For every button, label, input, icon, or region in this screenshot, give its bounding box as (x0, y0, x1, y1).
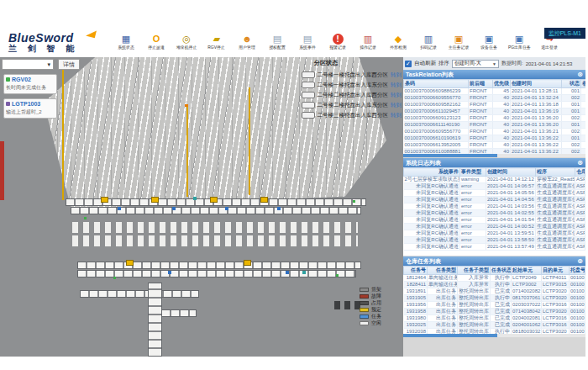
toolbar-button[interactable]: ▣ 设备任务 (474, 34, 504, 52)
column-header[interactable]: 条码 (404, 80, 469, 88)
cell: error (460, 190, 486, 197)
column-header[interactable]: 任务子类型 (458, 267, 491, 275)
warehouse-task-panel-header[interactable]: 仓库任务列表 ⊗ (403, 256, 585, 266)
column-header[interactable]: 仓库编号 (575, 168, 585, 177)
toolbar-button[interactable]: O 停止派遣 (141, 34, 171, 52)
auto-refresh-checkbox[interactable]: ✓ (405, 61, 412, 67)
table-row[interactable]: 2号七层穿梭车读取状态异常 异常长度warning2021-04-01 14:1… (404, 177, 585, 183)
table-row[interactable]: 1828411单向输送任务入库异常执行中LCTP3002LCTP30150010… (404, 282, 585, 288)
table-row[interactable]: 1931958出库任务整托周转出库已完成0714038042LCTP302000… (404, 309, 585, 315)
column-header[interactable]: 系统事件 (404, 168, 460, 177)
table-row[interactable]: 00100370006609582162FRONT402021-04-01 13… (404, 102, 586, 108)
zone-goto-link[interactable]: 转到 (391, 82, 402, 89)
details-button[interactable]: 详情 (58, 59, 80, 70)
column-header[interactable]: 状态 (562, 80, 581, 88)
table-row[interactable]: 未回复RC确认通道error2021-04-01 14:06:57生成直通调度库… (404, 183, 585, 190)
sort-select[interactable]: 创建时间-大 ▼ (452, 60, 499, 68)
system-log-panel-header[interactable]: 系统日志列表 ⊗ (403, 158, 585, 167)
task-relation-panel: TaskRelation列表 ⊗ 条码前后端优先级创建时间状态巷道楼层00100… (403, 70, 585, 154)
horizontal-scrollbar[interactable] (403, 154, 585, 157)
table-row[interactable]: 1931905出库任务整托周转出库执行中0817037061LCTP302000… (404, 295, 585, 302)
zone-checkbox[interactable] (302, 112, 315, 119)
scrollbar-thumb[interactable] (403, 334, 497, 337)
cell: 未回复RC确认通道 (404, 217, 460, 224)
toolbar-icon: ◎ (181, 34, 192, 45)
column-header[interactable]: 前后端 (469, 80, 493, 88)
zone-goto-link[interactable]: 转到 (391, 71, 402, 79)
toolbar-button[interactable]: ▰ RGV停止 (202, 34, 232, 52)
cell: ASRS,LC2 (575, 177, 585, 183)
close-icon[interactable]: ⊗ (577, 256, 583, 266)
zone-goto-link[interactable]: 转到 (391, 112, 402, 119)
zone-row: 二号楼二楼托盘出入库东分区 转到 (250, 100, 402, 110)
column-header[interactable]: 托盘号 (570, 267, 585, 275)
cell: 生成直通调度库位请求 (536, 224, 575, 230)
toolbar-button[interactable]: ☻ 用户管理 (232, 34, 262, 52)
column-header[interactable]: 事件类型 (460, 168, 486, 177)
cell: LCTP3016 (542, 302, 570, 309)
toolbar-button[interactable]: ! 报警记录 (323, 34, 353, 52)
table-row[interactable]: 00100370006613952005FRONT402021-04-01 13… (404, 142, 586, 149)
zone-goto-link[interactable]: 转到 (391, 92, 402, 99)
device-filter-select[interactable]: ▾ (2, 59, 54, 70)
close-icon[interactable]: ⊗ (577, 70, 583, 79)
toolbar-button[interactable]: ◎ 堆垛机停止 (171, 34, 202, 52)
table-row[interactable]: 00100370006611029457FRONT402021-04-01 13… (404, 108, 586, 115)
close-icon[interactable]: ⊗ (577, 158, 583, 167)
table-row[interactable]: 未回复RC确认通道error2021-04-01 14:00:52生成直通调度库… (404, 224, 585, 230)
table-row[interactable]: 未回复RC确认通道error2021-04-01 13:59:51生成直通调度库… (404, 230, 585, 237)
toolbar-button[interactable]: ▣ PG出库任务 (504, 34, 534, 52)
column-header[interactable]: 起始单元 (512, 267, 542, 275)
table-row[interactable]: 未回复RC确认通道error2021-04-01 13:58:50生成直通调度库… (404, 237, 585, 244)
table-row[interactable]: 00100370006611140190FRONT402021-04-01 13… (404, 122, 586, 129)
column-header[interactable]: 任务状态 (491, 267, 512, 275)
table-row[interactable]: 未回复RC确认通道error2021-04-01 14:03:56生成直通调度库… (404, 204, 585, 210)
toolbar-button[interactable]: ▥ 扫码记录 (413, 34, 444, 52)
table-row[interactable]: 1812464单向输送任务入库异常执行中LCTP2049LCTP40110010… (404, 275, 585, 282)
zone-checkbox[interactable] (302, 102, 315, 108)
pallet-item (225, 207, 228, 210)
table-row[interactable]: 00100370006610190619FRONT402021-04-01 13… (404, 135, 586, 142)
table-row[interactable]: 未回复RC确认通道error2021-04-01 13:57:49生成直通调度库… (404, 244, 585, 251)
column-header[interactable]: 目的单元 (542, 267, 570, 275)
horizontal-scrollbar[interactable] (403, 334, 585, 337)
table-row[interactable]: 00100370006609556770FRONT402021-04-01 13… (404, 95, 586, 102)
zone-checkbox[interactable] (302, 82, 315, 88)
table-row[interactable]: 00100370006609886239FRONT452021-04-01 13… (404, 88, 586, 95)
table-row[interactable]: 未回复RC确认通道error2021-04-01 14:04:56生成直通调度库… (404, 197, 585, 204)
table-row[interactable]: 00100370006609123123FRONT402021-04-01 13… (404, 115, 586, 122)
cell: 002 (562, 129, 581, 135)
table-row[interactable]: 未回复RC确认通道error2021-04-01 14:05:56生成直通调度库… (404, 190, 585, 197)
zone-checkbox[interactable] (302, 92, 315, 98)
table-row[interactable]: 未回复RC确认通道error2021-04-01 14:01:54生成直通调度库… (404, 217, 585, 224)
table-row[interactable]: 1931956出库任务整托周转出库已完成0203037022LCTP301600… (404, 302, 585, 309)
table-row[interactable]: 1931980出库任务整托周转出库已完成0204002081LCTP301600… (404, 315, 585, 322)
device-alert-card[interactable]: LGTP1003 输送上货超时_2 (3, 98, 57, 119)
column-header[interactable]: 创建时间 (486, 168, 536, 177)
device-alert-card[interactable]: RGV02 长时间未完成任务 (3, 74, 57, 94)
column-header[interactable]: 程序 (536, 168, 575, 177)
task-relation-panel-header[interactable]: TaskRelation列表 ⊗ (403, 70, 585, 79)
toolbar-button[interactable]: ▥ 操作记录 (353, 34, 383, 52)
column-header[interactable]: 巷道 (581, 80, 586, 88)
zone-goto-link[interactable]: 转到 (391, 102, 402, 109)
table-row[interactable]: 1931891出库任务整托周转出库已完成0714002082LCTP302000… (404, 288, 585, 295)
table-row[interactable]: 1932025出库任务整托周转出库已完成0204001062LCTP301600… (404, 322, 585, 329)
column-header[interactable]: 创建时间 (511, 80, 562, 88)
table-row[interactable]: 未回复RC确认通道error2021-04-01 14:02:55生成直通调度库… (404, 210, 585, 217)
cell: 出库任务 (428, 309, 458, 315)
toolbar-button[interactable]: ◆ 外形检测 (383, 34, 413, 52)
toolbar-button[interactable]: ▤ 系统事件 (292, 34, 323, 52)
toolbar-button[interactable]: ▦ 系统状态 (111, 34, 141, 52)
cell: 001 (562, 88, 581, 95)
table-row[interactable]: 00100370006609556770FRONT402021-04-01 13… (404, 129, 586, 135)
toolbar-button[interactable]: ▣ 主任务记录 (444, 34, 474, 52)
brand-name-cn: 兰 剑 智 能 (8, 44, 108, 54)
column-header[interactable]: 任务类型 (428, 267, 458, 275)
toolbar-button[interactable]: ▤ 授权配置 (262, 34, 292, 52)
warehouse-3d-viewport[interactable]: ▾ 详情 RGV02 长时间未完成任务 (0, 57, 403, 357)
scrollbar-thumb[interactable] (403, 154, 497, 157)
column-header[interactable]: 优先级 (493, 80, 511, 88)
column-header[interactable]: 任务号 (404, 267, 428, 275)
zone-checkbox[interactable] (302, 71, 315, 78)
